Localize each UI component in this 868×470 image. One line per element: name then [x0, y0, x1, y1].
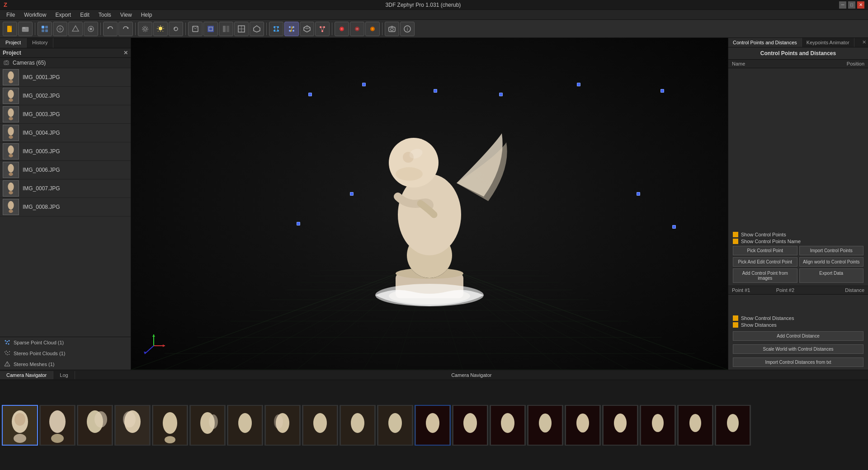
- stereo-point-clouds-item[interactable]: Stereo Point Clouds (1): [0, 348, 131, 359]
- show-control-points-name-checkbox[interactable]: [733, 239, 738, 244]
- toolbar-settings[interactable]: [138, 22, 152, 36]
- list-item[interactable]: IMG_0007.JPG: [0, 179, 131, 198]
- import-distances-button[interactable]: Import Control Distances from txt: [733, 357, 863, 367]
- nav-thumb-1[interactable]: [2, 405, 38, 446]
- toolbar-cp-red[interactable]: [335, 22, 349, 36]
- toolbar-light2[interactable]: [169, 22, 183, 36]
- align-world-button[interactable]: Align world to Control Points: [799, 257, 864, 267]
- nav-thumb-14[interactable]: [490, 405, 526, 446]
- toolbar-pick1[interactable]: [269, 22, 283, 36]
- add-control-distance-button[interactable]: Add Control Distance: [733, 331, 863, 341]
- toolbar-view4[interactable]: [234, 22, 249, 36]
- toolbar-view5[interactable]: [250, 22, 264, 36]
- tab-control-points[interactable]: Control Points and Distances: [728, 38, 802, 47]
- list-item[interactable]: IMG_0004.JPG: [0, 124, 131, 142]
- svg-point-29: [289, 26, 291, 28]
- svg-point-82: [9, 351, 10, 352]
- menu-tools[interactable]: Tools: [94, 11, 116, 19]
- toolbar-view3[interactable]: [219, 22, 233, 36]
- export-data-button[interactable]: Export Data: [799, 268, 864, 283]
- add-control-point-button[interactable]: Add Control Point from images: [733, 268, 797, 283]
- cameras-section-header[interactable]: Cameras (65): [0, 58, 131, 68]
- nav-thumb-16[interactable]: [565, 405, 601, 446]
- toolbar-view1[interactable]: [188, 22, 203, 36]
- toolbar-pick3[interactable]: [315, 22, 330, 36]
- tab-keypoints-animator[interactable]: Keypoints Animator: [802, 38, 854, 47]
- tab-project[interactable]: Project: [0, 38, 27, 48]
- show-control-distances-checkbox[interactable]: [733, 315, 738, 321]
- scale-world-button[interactable]: Scale World with Control Distances: [733, 344, 863, 354]
- nav-thumb-9[interactable]: [302, 405, 338, 446]
- nav-thumb-15[interactable]: [527, 405, 563, 446]
- list-item[interactable]: IMG_0001.JPG: [0, 68, 131, 87]
- nav-thumb-4[interactable]: [114, 405, 151, 446]
- svg-point-144: [123, 411, 136, 428]
- menu-workflow[interactable]: Workflow: [19, 11, 51, 19]
- nav-thumb-20[interactable]: [715, 405, 751, 446]
- toolbar-btn4[interactable]: [53, 22, 67, 36]
- menu-help[interactable]: Help: [137, 11, 157, 19]
- toolbar-undo[interactable]: [103, 22, 118, 36]
- stereo-meshes-item[interactable]: Stereo Meshes (1): [0, 359, 131, 370]
- nav-thumb-7[interactable]: [227, 405, 263, 446]
- toolbar-light1[interactable]: [153, 22, 168, 36]
- list-item[interactable]: IMG_0002.JPG: [0, 87, 131, 105]
- toolbar-cp-dark[interactable]: [350, 22, 364, 36]
- show-control-points-checkbox[interactable]: [733, 232, 738, 237]
- toolbar-cube[interactable]: [300, 22, 314, 36]
- nav-thumb-18[interactable]: [640, 405, 676, 446]
- nav-thumb-2[interactable]: [39, 405, 75, 446]
- list-item[interactable]: IMG_0006.JPG: [0, 161, 131, 179]
- nav-thumb-6[interactable]: [189, 405, 226, 446]
- nav-thumb-12[interactable]: [415, 405, 451, 446]
- panel-scroll-area[interactable]: Cameras (65) IMG_0001.JPG IMG_0002.JPG: [0, 58, 131, 337]
- nav-thumb-8[interactable]: [264, 405, 301, 446]
- toolbar-btn5[interactable]: [68, 22, 83, 36]
- nav-thumb-13[interactable]: [452, 405, 488, 446]
- menu-file[interactable]: File: [2, 11, 19, 19]
- svg-point-167: [501, 413, 514, 433]
- tab-camera-navigator[interactable]: Camera Navigator: [0, 371, 53, 379]
- toolbar-info[interactable]: i: [400, 22, 415, 36]
- list-item[interactable]: IMG_0008.JPG: [0, 198, 131, 216]
- nav-thumb-3[interactable]: [77, 405, 113, 446]
- toolbar-pick2[interactable]: [284, 22, 299, 36]
- nav-thumb-17[interactable]: [602, 405, 638, 446]
- svg-point-146: [163, 412, 177, 434]
- axis-indicator: [140, 332, 167, 361]
- 3d-viewport[interactable]: [131, 38, 728, 370]
- toolbar-view2[interactable]: [203, 22, 218, 36]
- svg-point-10: [90, 28, 92, 30]
- svg-point-17: [174, 27, 175, 28]
- import-control-points-button[interactable]: Import Control Points: [799, 246, 864, 255]
- toolbar-btn6[interactable]: [84, 22, 98, 36]
- nav-thumb-11[interactable]: [377, 405, 413, 446]
- pick-control-point-button[interactable]: Pick Control Point: [733, 246, 797, 255]
- toolbar-new[interactable]: [3, 22, 17, 36]
- right-panel-close-button[interactable]: ✕: [862, 39, 866, 45]
- list-item[interactable]: IMG_0005.JPG: [0, 142, 131, 161]
- maximize-button[interactable]: □: [848, 1, 855, 9]
- svg-point-43: [372, 28, 373, 30]
- nav-thumb-5[interactable]: [152, 405, 188, 446]
- toolbar-cp-orange[interactable]: [365, 22, 380, 36]
- toolbar-open[interactable]: [18, 22, 33, 36]
- menu-edit[interactable]: Edit: [75, 11, 94, 19]
- show-distances-checkbox[interactable]: [733, 322, 738, 328]
- minimize-button[interactable]: ─: [839, 1, 846, 9]
- close-button[interactable]: ✕: [857, 1, 864, 9]
- toolbar-btn3[interactable]: [38, 22, 52, 36]
- tab-history[interactable]: History: [27, 38, 53, 48]
- nav-thumb-19[interactable]: [677, 405, 713, 446]
- pick-and-edit-control-point-button[interactable]: Pick And Edit Control Point: [733, 257, 797, 267]
- toolbar-camera[interactable]: [385, 22, 399, 36]
- tab-log[interactable]: Log: [53, 371, 75, 379]
- sparse-point-cloud-item[interactable]: Sparse Point Cloud (1): [0, 337, 131, 348]
- menu-view[interactable]: View: [116, 11, 137, 19]
- list-item[interactable]: IMG_0003.JPG: [0, 105, 131, 124]
- nav-thumb-10[interactable]: [340, 405, 376, 446]
- camera-navigator[interactable]: [0, 380, 868, 470]
- panel-close-button[interactable]: ✕: [123, 50, 128, 56]
- menu-export[interactable]: Export: [51, 11, 75, 19]
- toolbar-redo[interactable]: [118, 22, 133, 36]
